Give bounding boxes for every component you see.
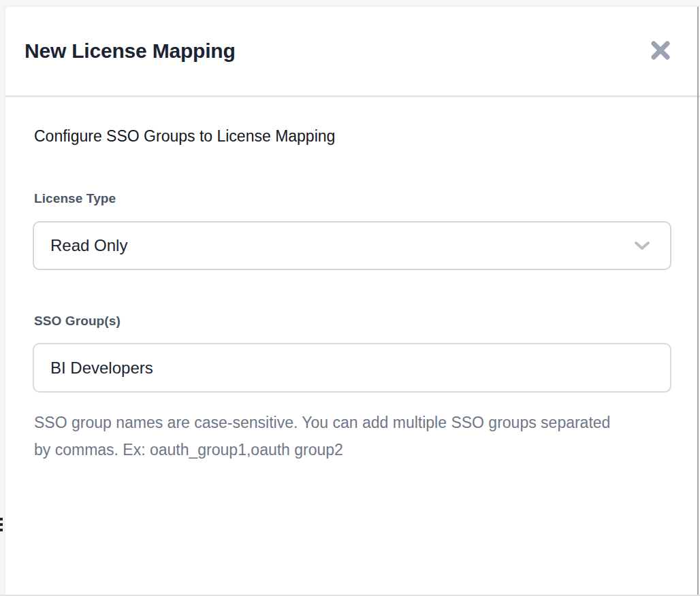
page-behind-modal <box>0 0 5 596</box>
modal-header: New License Mapping <box>5 7 700 97</box>
license-type-selected-value: Read Only <box>50 236 633 255</box>
sso-groups-help-text: SSO group names are case-sensitive. You … <box>34 409 613 463</box>
close-button[interactable] <box>647 37 674 64</box>
chevron-down-icon <box>633 239 651 252</box>
hamburger-menu-icon <box>0 518 3 534</box>
license-type-select[interactable]: Read Only <box>33 221 671 270</box>
modal-subheading: Configure SSO Groups to License Mapping <box>34 127 335 146</box>
new-license-mapping-modal: New License Mapping Configure SSO Groups… <box>5 7 700 596</box>
x-icon <box>650 40 671 61</box>
window-edge-divider <box>697 7 699 596</box>
modal-title: New License Mapping <box>25 39 236 63</box>
sso-groups-input[interactable] <box>33 343 671 393</box>
sso-groups-label: SSO Group(s) <box>34 314 121 329</box>
license-type-label: License Type <box>34 191 116 206</box>
